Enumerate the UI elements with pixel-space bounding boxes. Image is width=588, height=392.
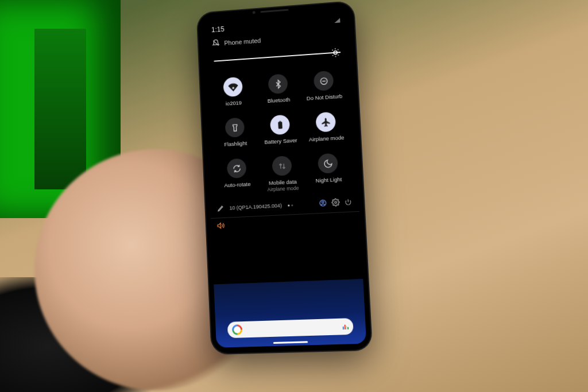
tile-label: Airplane mode xyxy=(309,134,345,143)
tile-mobile-data[interactable]: Mobile data Airplane mode xyxy=(259,155,307,194)
bluetooth-icon xyxy=(268,73,288,94)
tile-night-light[interactable]: Night Light xyxy=(304,152,353,192)
data-icon xyxy=(272,156,292,176)
svg-point-0 xyxy=(334,51,337,54)
settings-icon[interactable] xyxy=(331,198,340,208)
assistant-icon[interactable] xyxy=(343,324,349,330)
phone-frame: 1:15 Phone muted io2019 xyxy=(198,2,372,354)
tile-battery-saver[interactable]: Battery Saver xyxy=(257,114,304,153)
power-icon[interactable] xyxy=(344,198,352,207)
edit-icon[interactable] xyxy=(217,204,225,214)
google-search-bar[interactable] xyxy=(227,318,354,338)
tile-label: Battery Saver xyxy=(264,137,297,146)
tile-label: Auto-rotate xyxy=(224,181,251,189)
screen: 1:15 Phone muted io2019 xyxy=(202,7,366,347)
tile-autorotate[interactable]: Auto-rotate xyxy=(214,157,260,196)
svg-point-6 xyxy=(335,201,337,204)
airplane-icon xyxy=(315,112,336,133)
flashlight-icon xyxy=(225,117,245,138)
tile-label: io2019 xyxy=(226,99,242,107)
tile-sublabel: Airplane mode xyxy=(267,185,299,192)
quick-settings-grid: io2019 Bluetooth Do Not Disturb Flashlig… xyxy=(204,67,358,201)
user-icon[interactable] xyxy=(319,199,327,208)
front-camera xyxy=(253,11,256,14)
ringer-mode-label: Phone muted xyxy=(224,37,261,46)
nav-home-pill[interactable] xyxy=(273,341,308,344)
battery-icon xyxy=(270,115,290,135)
rotate-icon xyxy=(227,158,247,178)
tile-wifi[interactable]: io2019 xyxy=(210,76,257,115)
volume-icon xyxy=(216,222,225,230)
brightness-thumb[interactable] xyxy=(330,47,341,58)
build-label: 10 (QP1A.190425.004) xyxy=(229,203,282,211)
tile-label: Night Light xyxy=(315,176,342,184)
tile-dnd[interactable]: Do Not Disturb xyxy=(300,69,348,109)
dnd-icon xyxy=(314,71,334,91)
google-logo-icon xyxy=(232,324,243,335)
tile-label: Do Not Disturb xyxy=(307,93,343,102)
tile-label: Flashlight xyxy=(224,140,247,148)
moon-icon xyxy=(318,153,338,174)
status-time: 1:15 xyxy=(211,25,225,34)
tile-label: Bluetooth xyxy=(267,96,290,104)
svg-point-1 xyxy=(232,87,234,89)
home-screen xyxy=(214,279,366,348)
tile-airplane[interactable]: Airplane mode xyxy=(302,111,350,150)
page-indicator[interactable] xyxy=(288,204,293,206)
tile-bluetooth[interactable]: Bluetooth xyxy=(255,73,302,112)
tile-flashlight[interactable]: Flashlight xyxy=(212,117,258,156)
signal-icon xyxy=(334,18,340,23)
svg-point-5 xyxy=(322,201,324,203)
wifi-icon xyxy=(223,77,243,98)
bell-off-icon xyxy=(212,39,220,49)
